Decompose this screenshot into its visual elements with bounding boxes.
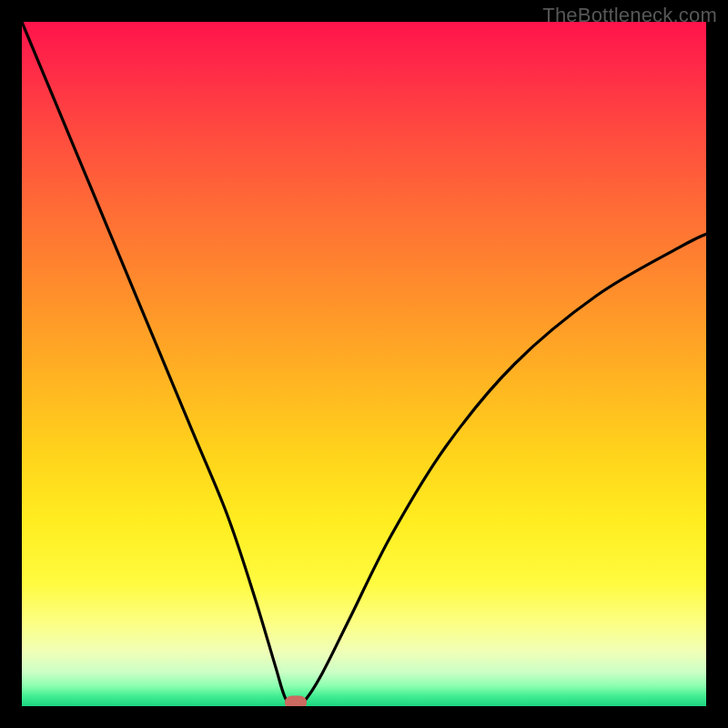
watermark-text: TheBottleneck.com: [542, 4, 717, 27]
min-bottleneck-marker: [285, 696, 307, 706]
chart-frame: TheBottleneck.com: [0, 0, 728, 728]
plot-area: [22, 22, 706, 706]
bottleneck-curve: [22, 22, 706, 706]
